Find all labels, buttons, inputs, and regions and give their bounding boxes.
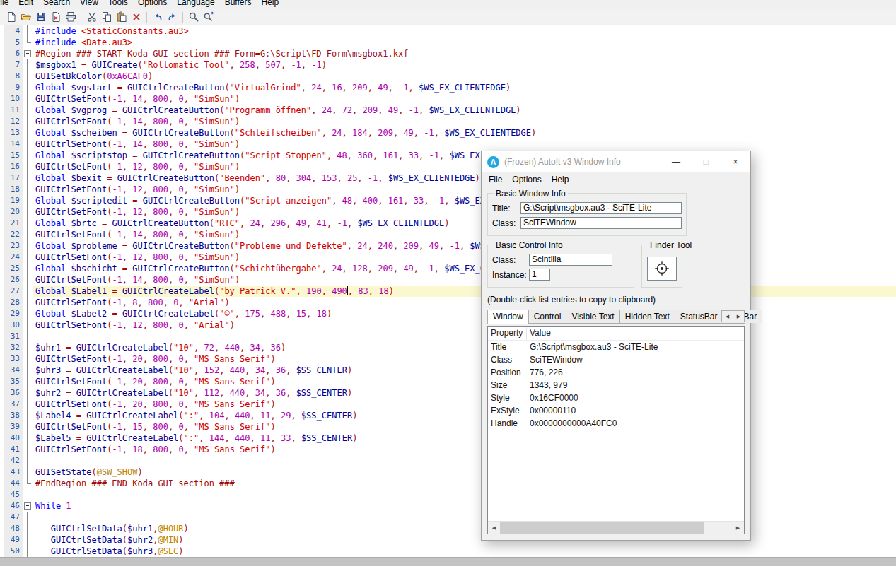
code-text[interactable]: #include <Date.au3> — [33, 37, 896, 48]
menu-edit[interactable]: Edit — [13, 0, 38, 9]
code-text[interactable]: GUICtrlSetFont(-1, 18, 800, 0, "MS Sans … — [33, 444, 896, 455]
code-text[interactable]: #include <StaticConstants.au3> — [33, 25, 896, 37]
dialog-menu-help[interactable]: Help — [547, 173, 574, 187]
property-row[interactable]: Style0x16CF0000 — [488, 392, 744, 404]
code-text[interactable] — [33, 455, 896, 466]
code-text[interactable]: Global $Label2 = GUICtrlCreateLabel("©",… — [33, 308, 896, 319]
code-text[interactable]: GUICtrlSetFont(-1, 14, 800, 0, "SimSun") — [33, 116, 896, 127]
code-text[interactable]: #EndRegion ### END Koda GUI section ### — [33, 478, 896, 489]
code-text[interactable] — [33, 331, 896, 342]
listview-header[interactable]: Property Value — [488, 327, 744, 341]
delete-button[interactable] — [129, 10, 144, 24]
new-file-button[interactable] — [4, 10, 18, 24]
open-folder-button[interactable] — [18, 10, 33, 24]
menu-view[interactable]: View — [75, 0, 103, 9]
code-text[interactable]: GUICtrlSetFont(-1, 20, 800, 0, "MS Sans … — [33, 353, 896, 365]
code-text[interactable]: GUICtrlSetFont(-1, 20, 800, 0, "MS Sans … — [33, 376, 896, 387]
print-button[interactable] — [63, 10, 78, 24]
code-text[interactable] — [33, 489, 896, 500]
paste-button[interactable] — [114, 10, 129, 24]
code-text[interactable]: Global $brtc = GUICtrlCreateButton("RTC"… — [33, 218, 896, 229]
code-text[interactable]: Global $scheiben = GUICtrlCreateButton("… — [33, 127, 896, 139]
code-text[interactable]: $Label4 = GUICtrlCreateLabel(":", 104, 4… — [33, 410, 896, 421]
dialog-menu-file[interactable]: File — [484, 173, 507, 187]
window-class-field[interactable]: SciTEWindow — [520, 217, 682, 229]
code-text[interactable]: GUICtrlSetFont(-1, 12, 800, 0, "SimSun") — [33, 252, 896, 263]
code-text[interactable]: Global $bexit = GUICtrlCreateButton("Bee… — [33, 172, 896, 184]
scrollbar-track[interactable] — [500, 522, 732, 534]
menu-file[interactable]: File — [0, 0, 13, 9]
property-row[interactable]: Handle0x0000000000A40FC0 — [488, 417, 744, 430]
code-text[interactable]: GUICtrlSetFont(-1, 14, 800, 0, "SimSun") — [33, 93, 896, 105]
find-button[interactable] — [186, 10, 201, 24]
code-text[interactable]: $uhr2 = GUICtrlCreateLabel("10", 112, 44… — [33, 387, 896, 399]
code-text[interactable]: GUICtrlSetData($uhr3,@SEC) — [33, 546, 896, 557]
instance-field[interactable]: 1 — [529, 269, 550, 281]
code-text[interactable]: Global $vgprog = GUICtrlCreateButton("Pr… — [33, 105, 896, 116]
code-text[interactable]: GUICtrlSetData($uhr1,@HOUR) — [33, 523, 896, 534]
code-text[interactable]: $msgbox1 = GUICreate("Rollomatic Tool", … — [33, 59, 896, 71]
tab-hidden-text[interactable]: Hidden Text — [619, 310, 675, 323]
code-editor[interactable]: 4#include <StaticConstants.au3>5#include… — [0, 25, 896, 557]
tab-window[interactable]: Window — [487, 310, 529, 324]
dialog-menu-options[interactable]: Options — [507, 173, 546, 187]
property-row[interactable]: TitleG:\Script\msgbox.au3 - SciTE-Lite — [488, 341, 744, 353]
code-text[interactable]: While 1 — [33, 500, 896, 512]
tab-scroll-left-icon[interactable]: ◀ — [721, 310, 733, 322]
code-text[interactable]: $uhr1 = GUICtrlCreateLabel("10", 72, 440… — [33, 342, 896, 353]
code-text[interactable]: GUICtrlSetFont(-1, 14, 800, 0, "SimSun") — [33, 274, 896, 286]
tab-statusbar[interactable]: StatusBar — [675, 310, 723, 323]
code-text[interactable]: $Label5 = GUICtrlCreateLabel(":", 144, 4… — [33, 433, 896, 444]
value-column-header[interactable]: Value — [527, 327, 744, 340]
code-text[interactable]: #Region ### START Koda GUI section ### F… — [33, 48, 896, 59]
code-text[interactable]: Global $scriptedit = GUICtrlCreateButton… — [33, 195, 896, 206]
minimize-button[interactable]: — — [661, 151, 691, 172]
dialog-titlebar[interactable]: A (Frozen) AutoIt v3 Window Info —□× — [482, 151, 750, 172]
menu-search[interactable]: Search — [38, 0, 75, 9]
finder-tool-handle[interactable] — [647, 257, 677, 281]
output-splitter[interactable] — [0, 557, 896, 566]
copy-button[interactable] — [99, 10, 114, 24]
code-text[interactable]: GUISetBkColor(0xA6CAF0) — [33, 71, 896, 82]
menu-language[interactable]: Language — [172, 0, 219, 9]
close-file-button[interactable] — [48, 10, 63, 24]
code-text[interactable]: Global $probleme = GUICtrlCreateButton("… — [33, 240, 896, 252]
property-row[interactable]: Size1343, 979 — [488, 379, 744, 392]
code-text[interactable]: Global $scriptstop = GUICtrlCreateButton… — [33, 150, 896, 161]
find-next-button[interactable] — [201, 10, 216, 24]
code-text[interactable]: $uhr3 = GUICtrlCreateLabel("10", 152, 44… — [33, 365, 896, 376]
code-text[interactable]: GUICtrlSetFont(-1, 12, 800, 0, "SimSun") — [33, 161, 896, 172]
code-text[interactable]: GUICtrlSetFont(-1, 14, 800, 0, "SimSun") — [33, 139, 896, 150]
cut-button[interactable] — [84, 10, 99, 24]
undo-button[interactable] — [150, 10, 165, 24]
save-button[interactable] — [33, 10, 48, 24]
fold-toggle-icon[interactable] — [23, 48, 33, 59]
code-text[interactable]: GUICtrlSetFont(-1, 12, 800, 0, "Arial") — [33, 319, 896, 331]
property-row[interactable]: ExStyle0x00000110 — [488, 404, 744, 417]
code-text[interactable]: GUICtrlSetFont(-1, 12, 800, 0, "SimSun") — [33, 184, 896, 195]
tab-visible-text[interactable]: Visible Text — [566, 310, 619, 323]
code-text[interactable]: GUICtrlSetFont(-1, 20, 800, 0, "MS Sans … — [33, 399, 896, 410]
output-pane[interactable]: >"C:\Program Files (x86)\AutoIt3\SciTE\.… — [0, 566, 896, 588]
code-text[interactable]: GUISetState(@SW_SHOW) — [33, 466, 896, 478]
property-column-header[interactable]: Property — [488, 327, 527, 340]
code-text[interactable]: Global $vgstart = GUICtrlCreateButton("V… — [33, 82, 896, 93]
scroll-right-icon[interactable]: ▶ — [732, 522, 744, 534]
scrollbar-thumb[interactable] — [500, 522, 704, 534]
property-row[interactable]: ClassSciTEWindow — [488, 353, 744, 366]
code-text[interactable]: GUICtrlSetFont(-1, 14, 800, 0, "SimSun") — [33, 229, 896, 240]
code-text[interactable]: Global $bschicht = GUICtrlCreateButton("… — [33, 263, 896, 274]
code-text[interactable]: GUICtrlSetFont(-1, 15, 800, 0, "MS Sans … — [33, 421, 896, 433]
tab-scroll-right-icon[interactable]: ▶ — [733, 310, 745, 322]
menu-help[interactable]: Help — [256, 0, 284, 9]
property-row[interactable]: Position776, 226 — [488, 366, 744, 379]
code-text[interactable]: GUICtrlSetFont(-1, 12, 800, 0, "SimSun") — [33, 206, 896, 218]
control-class-field[interactable]: Scintilla — [529, 254, 612, 266]
horizontal-scrollbar[interactable]: ◀ ▶ — [488, 521, 744, 534]
menu-tools[interactable]: Tools — [103, 0, 133, 9]
code-text[interactable] — [33, 512, 896, 523]
menu-options[interactable]: Options — [133, 0, 172, 9]
window-title-field[interactable]: G:\Script\msgbox.au3 - SciTE-Lite — [520, 202, 682, 214]
menu-buffers[interactable]: Buffers — [220, 0, 257, 9]
code-text[interactable]: Global $Label1 = GUICtrlCreateLabel("by … — [33, 286, 896, 297]
